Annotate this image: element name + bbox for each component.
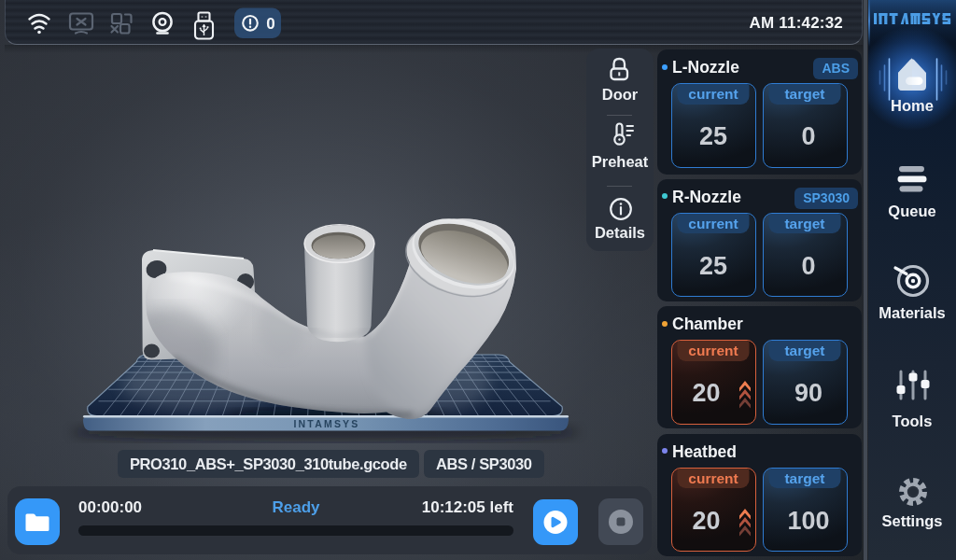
svg-text:0: 0 [266,15,274,33]
svg-text:INTAMSYS: INTAMSYS [293,418,359,429]
